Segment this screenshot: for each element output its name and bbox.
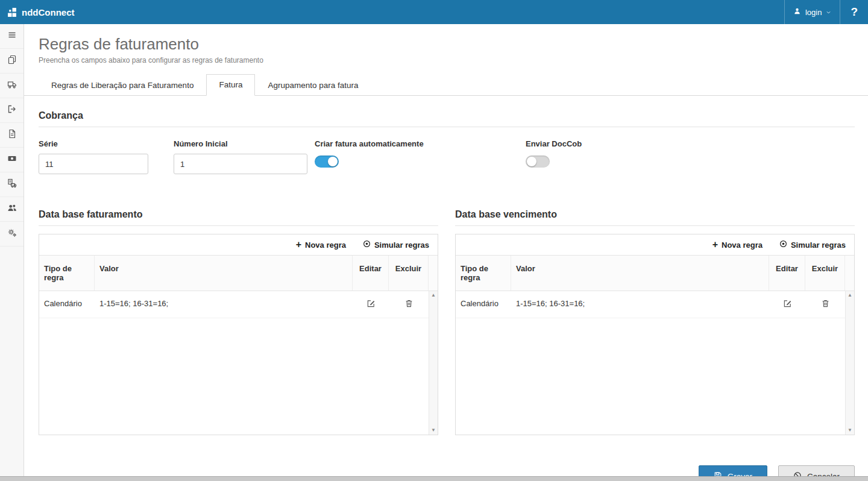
column-header-tipo: Tipo de regra [39, 256, 95, 291]
section-title-cobranca: Cobrança [39, 110, 855, 127]
nova-regra-button-faturamento[interactable]: + Nova regra [296, 240, 346, 250]
cell-excluir [805, 291, 845, 318]
page-subtitle: Preencha os campos abaixo para configura… [39, 56, 855, 64]
delete-button[interactable] [404, 299, 414, 310]
simulate-icon [363, 240, 371, 250]
tab-agrupamento[interactable]: Agrupamento para fatura [255, 74, 371, 96]
cancel-icon [793, 471, 802, 477]
cancel-label: Cancelar [807, 472, 840, 477]
app-logo[interactable]: nddConnect [7, 7, 75, 17]
sidebar-item-billing[interactable] [0, 148, 24, 172]
help-button[interactable]: ? [840, 0, 868, 24]
user-icon [793, 7, 801, 17]
cell-tipo: Calendário [456, 291, 511, 318]
criar-fatura-label: Criar fatura automaticamente [315, 139, 477, 148]
scroll-down-arrow[interactable]: ▼ [431, 428, 436, 433]
simular-regras-button-vencimento[interactable]: Simular regras [779, 240, 846, 250]
delete-button[interactable] [821, 299, 830, 310]
document-icon [7, 129, 17, 141]
faturamento-rules-table: + Nova regra Simular regras [39, 234, 438, 435]
column-header-valor: Valor [511, 256, 769, 291]
sidebar-item-export[interactable] [0, 98, 24, 123]
page-title: Regras de faturamento [39, 35, 855, 54]
panel-data-base-vencimento: Data base vencimento + Nova regra [455, 209, 855, 435]
enviar-doccob-field-group: Enviar DocCob [526, 139, 582, 174]
faturamento-table-toolbar: + Nova regra Simular regras [39, 234, 438, 256]
scrollbar[interactable]: ▲ ▼ [429, 291, 438, 435]
nova-regra-button-vencimento[interactable]: + Nova regra [712, 240, 763, 250]
sidebar-item-documents[interactable] [0, 123, 24, 148]
brand-name: nddConnect [22, 7, 75, 17]
faturamento-rows: Calendário 1-15=16; 16-31=16; [39, 291, 429, 435]
column-header-filler [429, 256, 438, 291]
toggle-knob [527, 157, 536, 166]
sidebar-menu-toggle[interactable] [0, 24, 24, 49]
save-button[interactable]: Gravar [699, 465, 767, 476]
panel-title-faturamento: Data base faturamento [39, 209, 438, 226]
sidebar-item-copies[interactable] [0, 49, 24, 74]
rules-panels: Data base faturamento + Nova regra [39, 209, 855, 435]
tab-regras-liberacao[interactable]: Regras de Liberação para Faturamento [39, 74, 206, 96]
login-label: login [805, 8, 822, 17]
table-row: Calendário 1-15=16; 16-31=16; [39, 291, 429, 318]
column-header-valor: Valor [95, 256, 353, 291]
cell-valor: 1-15=16; 16-31=16; [95, 291, 353, 318]
column-header-excluir: Excluir [805, 256, 845, 291]
copy-pages-icon [7, 55, 17, 67]
numero-inicial-input[interactable] [174, 154, 307, 174]
serie-input[interactable] [39, 154, 148, 174]
help-icon: ? [851, 5, 858, 19]
money-icon [7, 154, 17, 166]
users-icon [7, 203, 17, 215]
edit-button[interactable] [366, 299, 376, 310]
column-header-tipo: Tipo de regra [456, 256, 511, 291]
numero-inicial-field-group: Número Inicial [174, 139, 307, 174]
nova-regra-label: Nova regra [722, 241, 763, 250]
simulate-icon [779, 240, 787, 250]
faturamento-table-header: Tipo de regra Valor Editar Excluir [39, 256, 438, 291]
table-row: Calendário 1-15=16; 16-31=16; [456, 291, 845, 318]
login-menu[interactable]: login [784, 0, 840, 24]
menu-icon [7, 30, 17, 42]
nova-regra-label: Nova regra [305, 241, 346, 250]
scroll-up-arrow[interactable]: ▲ [431, 293, 436, 298]
serie-label: Série [39, 139, 148, 148]
truck-icon [7, 80, 17, 92]
export-icon [7, 104, 17, 116]
footer-actions: Gravar Cancelar [39, 465, 855, 476]
enviar-doccob-toggle[interactable] [526, 156, 550, 168]
gears-icon [7, 228, 17, 240]
vencimento-table-toolbar: + Nova regra Simular regras [456, 234, 854, 256]
top-bar-right: login ? [784, 0, 868, 24]
sidebar-item-shipping[interactable] [0, 74, 24, 98]
criar-fatura-toggle[interactable] [315, 156, 339, 168]
column-header-filler [845, 256, 854, 291]
cancel-button[interactable]: Cancelar [778, 465, 855, 476]
plus-icon: + [712, 240, 718, 250]
sidebar-item-users[interactable] [0, 197, 24, 222]
cell-valor: 1-15=16; 16-31=16; [511, 291, 769, 318]
scrollbar[interactable]: ▲ ▼ [845, 291, 854, 435]
column-header-editar: Editar [353, 256, 389, 291]
cell-tipo: Calendário [39, 291, 95, 318]
toggle-knob [328, 157, 338, 166]
cell-editar [353, 291, 389, 318]
scroll-down-arrow[interactable]: ▼ [848, 428, 852, 433]
chevron-down-icon [826, 8, 831, 17]
sidebar-item-delivery-docs[interactable] [0, 172, 24, 197]
column-header-excluir: Excluir [389, 256, 429, 291]
tab-bar: Regras de Liberação para Faturamento Fat… [24, 74, 868, 96]
scroll-up-arrow[interactable]: ▲ [848, 293, 852, 298]
save-icon [714, 471, 722, 477]
vencimento-table-header: Tipo de regra Valor Editar Excluir [456, 256, 854, 291]
truck-document-icon [7, 178, 17, 190]
horizontal-scrollbar-strip[interactable] [0, 476, 868, 481]
tab-fatura[interactable]: Fatura [206, 74, 255, 96]
plus-icon: + [296, 240, 301, 250]
vencimento-table-body: Calendário 1-15=16; 16-31=16; [456, 291, 854, 435]
panel-data-base-faturamento: Data base faturamento + Nova regra [39, 209, 438, 435]
edit-button[interactable] [783, 299, 792, 310]
sidebar-item-settings[interactable] [0, 222, 24, 247]
save-label: Gravar [728, 472, 752, 477]
simular-regras-button-faturamento[interactable]: Simular regras [363, 240, 429, 250]
